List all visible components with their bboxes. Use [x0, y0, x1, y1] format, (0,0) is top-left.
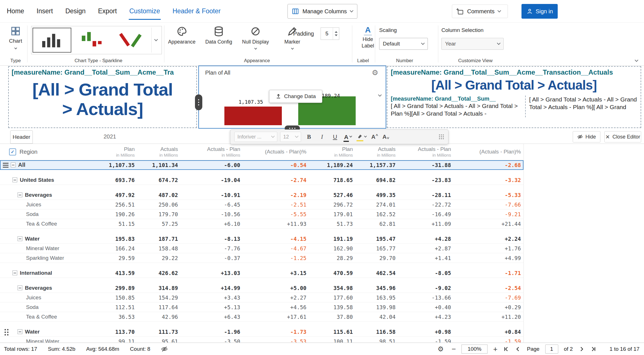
column-header[interactable]: (Actuals - Plan)%	[454, 149, 524, 155]
collapse-row-icon[interactable]	[18, 236, 22, 241]
column-header[interactable]: (Actuals - Plan)%	[243, 149, 309, 155]
menu-tab-header-footer[interactable]: Header & Footer	[173, 0, 221, 22]
highlight-color-button[interactable]	[356, 132, 368, 142]
menu-tab-export[interactable]: Export	[98, 0, 117, 22]
padding-stepper[interactable]: 5	[321, 27, 339, 40]
table-row[interactable]: Tea & Coffee51.1557.25+6.10+11.9351.7362…	[0, 219, 523, 229]
collapse-row-icon[interactable]	[11, 163, 16, 167]
column-header[interactable]: Actualsin Millions	[356, 146, 398, 157]
table-row[interactable]: Juices256.51250.06-6.45-2.51296.72274.01…	[0, 200, 523, 209]
region-column-header[interactable]: ✓ Region	[0, 148, 103, 155]
column-header[interactable]: Actualsin Millions	[138, 146, 181, 157]
sparkline-bar-thumbnail[interactable]	[33, 28, 71, 53]
chart-type-button[interactable]: Chart	[5, 26, 26, 49]
table-row[interactable]: Soda112.51117.64+5.13+4.56139.58139.98+0…	[0, 302, 523, 312]
font-family-select[interactable]: Inforiver ...	[234, 132, 277, 142]
collapse-row-icon[interactable]	[18, 329, 22, 334]
row-drag-handle[interactable]	[3, 163, 8, 168]
zoom-level[interactable]: 100%	[461, 345, 488, 354]
font-color-button[interactable]: A	[343, 132, 353, 142]
table-row[interactable]: Mineral Water99.1195.61-3.50-3.53100.119…	[0, 337, 523, 343]
column-selection-select[interactable]: Year	[441, 38, 504, 50]
text-card-right[interactable]: [measureName: Grand__Total__Sum__Acme__T…	[387, 66, 641, 128]
collapse-row-icon[interactable]	[12, 270, 17, 275]
settings-gear-icon[interactable]: ⚙	[437, 346, 444, 352]
toolbar-drag-grip-icon[interactable]	[439, 134, 444, 140]
null-display-button[interactable]: Null Display	[242, 26, 269, 49]
card-drag-handle[interactable]	[195, 94, 202, 110]
table-row[interactable]: Beverages299.89314.89+14.99+5.00354.9834…	[0, 283, 523, 293]
value-cell: 179.01	[309, 211, 356, 217]
previous-page-button[interactable]	[515, 346, 521, 352]
chart-gallery	[31, 26, 162, 54]
column-header[interactable]: Planin Millions	[309, 146, 356, 157]
column-header[interactable]: Planin Millions	[103, 146, 138, 157]
table-row[interactable]: All1,107.351,101.34-6.00-0.541,189.241,1…	[0, 160, 523, 170]
row-drag-grip[interactable]	[5, 329, 6, 330]
bold-button[interactable]: B	[304, 132, 314, 142]
zoom-in-button[interactable]: +	[493, 345, 497, 353]
column-header[interactable]: Actuals - Planin Millions	[398, 146, 454, 157]
font-size-select[interactable]: 12	[280, 132, 301, 142]
table-row[interactable]: Tea & Coffee36.5342.96+6.43+17.6137.8042…	[0, 312, 523, 322]
first-page-button[interactable]	[503, 346, 509, 352]
menu-tab-home[interactable]: Home	[7, 0, 24, 22]
table-row[interactable]: International413.59426.62+13.03+3.15470.…	[0, 268, 523, 278]
header-tab[interactable]: Header	[10, 130, 33, 144]
sparkline-winloss-thumbnail[interactable]	[112, 28, 151, 53]
last-page-button[interactable]	[590, 346, 596, 352]
underline-button[interactable]: U	[330, 132, 340, 142]
value-cell: 191.19	[309, 236, 356, 242]
menu-tab-design[interactable]: Design	[65, 0, 86, 22]
menu-tab-customize[interactable]: Customize	[129, 0, 160, 22]
sparkline-chart-card[interactable]: Plan of All ⚙ 1,107.35 1,189.24 Change D…	[198, 66, 386, 129]
hide-stats-eye-off-icon[interactable]	[161, 346, 168, 352]
page-input[interactable]: 1	[545, 345, 558, 354]
comments-button[interactable]: Comments	[452, 5, 508, 18]
collapse-row-icon[interactable]	[12, 178, 17, 182]
collapse-ribbon-button[interactable]	[635, 57, 638, 62]
table-row[interactable]: Mineral Water166.24158.48-7.76-4.67162.9…	[0, 244, 523, 253]
table-row[interactable]: Soda190.26179.70-10.56-5.55179.01162.52-…	[0, 209, 523, 219]
column-header[interactable]: Actuals - Planin Millions	[181, 146, 243, 157]
stepper-buttons[interactable]	[333, 28, 339, 40]
card-settings-gear-icon[interactable]: ⚙	[372, 69, 378, 76]
value-cell: 694.82	[356, 177, 398, 183]
italic-button[interactable]: I	[317, 132, 327, 142]
table-row[interactable]: Juices150.85154.29+3.43+2.27177.60163.95…	[0, 293, 523, 302]
increase-font-button[interactable]: A^	[370, 134, 379, 140]
manage-columns-button[interactable]: Manage Columns	[287, 4, 357, 19]
table-row[interactable]: Beverages497.92487.02-10.91-2.19527.4649…	[0, 190, 523, 200]
value-cell: -8.05	[398, 270, 454, 276]
collapse-row-icon[interactable]	[18, 192, 22, 197]
ribbon: Chart Appearance Data Config	[0, 23, 644, 66]
padding-value[interactable]: 5	[321, 28, 333, 40]
text-card-left[interactable]: [measureName: Grand__Total__Sum__Acme__T…	[8, 66, 197, 128]
hide-editor-button[interactable]: Hide	[573, 131, 600, 142]
change-data-button[interactable]: Change Data	[269, 90, 322, 103]
table-row[interactable]: Water113.70111.73-1.96-1.73115.61116.58+…	[0, 327, 523, 337]
zoom-out-button[interactable]: −	[452, 345, 456, 353]
sign-in-button[interactable]: Sign in	[521, 4, 558, 19]
table-row[interactable]: Water195.83187.71-8.13-4.15191.19195.47+…	[0, 234, 523, 244]
value-cell: 718.65	[309, 177, 356, 183]
increment-icon[interactable]	[335, 31, 338, 33]
collapse-row-icon[interactable]	[18, 285, 22, 290]
appearance-button[interactable]: Appearance	[168, 26, 196, 49]
region-checkbox[interactable]: ✓	[9, 148, 16, 155]
menu-tab-insert[interactable]: Insert	[37, 0, 53, 22]
sparkline-column-thumbnail[interactable]	[72, 28, 111, 53]
chart-card-title: Plan of All	[205, 70, 230, 76]
scaling-select[interactable]: Default	[379, 38, 428, 50]
close-editor-button[interactable]: ✕ Close Editor	[604, 131, 641, 142]
table-row[interactable]: Sparkling Water29.5929.22-0.37-1.2528.29…	[0, 253, 523, 263]
table-row[interactable]: United States693.76674.72-19.04-2.74718.…	[0, 175, 523, 185]
card-next-chevron-icon[interactable]	[378, 93, 382, 97]
gallery-expand-button[interactable]	[151, 28, 160, 53]
plan-bar[interactable]	[224, 107, 282, 125]
decrease-font-button[interactable]: A^	[382, 134, 390, 140]
decrement-icon[interactable]	[335, 34, 338, 36]
data-config-button[interactable]: Data Config	[205, 26, 232, 49]
next-page-button[interactable]	[578, 346, 585, 352]
hide-label-button[interactable]: A HideLabel	[356, 26, 380, 49]
